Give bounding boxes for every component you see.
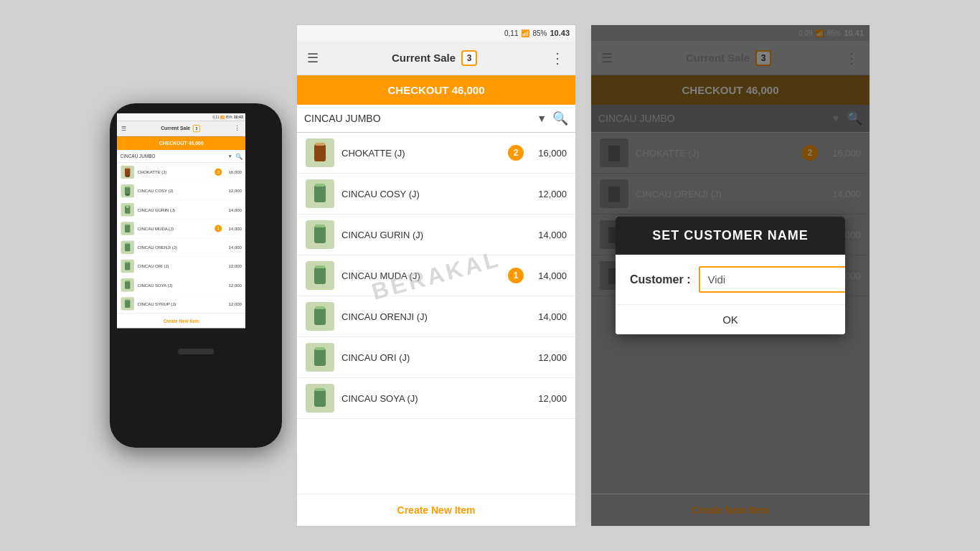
item-name: CHOKATTE (J) xyxy=(341,148,501,159)
create-new-item-button[interactable]: Create New Item xyxy=(117,314,245,329)
svg-rect-12 xyxy=(126,242,130,244)
item-name: CINCAU ORI (J) xyxy=(341,352,524,363)
item-image xyxy=(121,184,134,197)
item-name: CINCAU ORI (J) xyxy=(138,264,222,269)
svg-rect-16 xyxy=(126,281,130,282)
item-cincau-orenji[interactable]: CINCAU ORENJI (J) 14,000 xyxy=(117,238,245,257)
app-screen-2: 0,11 📶 85% 10.43 ☰ Current Sale 3 ⋮ CHEC… xyxy=(296,24,576,527)
phone-signal: 0,11 xyxy=(213,116,220,119)
item-price: 12,000 xyxy=(531,393,567,404)
svg-rect-9 xyxy=(125,225,130,232)
item-price: 14,000 xyxy=(225,245,242,250)
battery-2: 85% xyxy=(532,29,547,37)
search-input-2[interactable] xyxy=(304,113,531,124)
main-container: 0,11 📶 85% 10:43 ☰ Current Sale 3 ⋮ xyxy=(0,0,980,551)
search-icon-2[interactable]: 🔍 xyxy=(552,110,568,126)
item-img xyxy=(306,220,334,249)
menu-dots-icon-2[interactable]: ⋮ xyxy=(550,50,565,67)
item-cincau-soya[interactable]: CINCAU SOYA (J) 12,000 xyxy=(117,276,245,294)
svg-rect-11 xyxy=(125,243,130,251)
svg-rect-32 xyxy=(315,388,325,391)
item-name: CINCAU SOYA (J) xyxy=(138,283,222,288)
app-screen-3: 0,09 📶 85% 10.41 ☰ Current Sale 3 ⋮ CHEC… xyxy=(590,24,870,527)
qty-badge: 1 xyxy=(508,268,524,283)
item-price: 12,000 xyxy=(225,283,242,288)
item-image xyxy=(121,241,134,254)
item-price: 12,000 xyxy=(225,301,242,306)
item-price: 12,000 xyxy=(225,189,242,194)
item-row[interactable]: CINCAU COSY (J) 12,000 xyxy=(297,174,575,215)
svg-rect-30 xyxy=(315,347,325,350)
item-cincau-muda[interactable]: CINCAU MUDA (J) 1 14,000 xyxy=(117,220,245,238)
svg-rect-17 xyxy=(125,300,130,308)
item-row[interactable]: CINCAU SOYA (J) 12,000 xyxy=(297,378,575,419)
hamburger-icon-2[interactable]: ☰ xyxy=(307,50,319,66)
item-name: CINCAU SOYA (J) xyxy=(341,393,524,404)
item-img xyxy=(306,343,334,372)
checkout-button[interactable]: CHECKOUT 46,000 xyxy=(117,136,245,150)
svg-rect-3 xyxy=(125,187,130,195)
svg-rect-7 xyxy=(126,205,130,207)
phone-bottom-bar xyxy=(117,344,275,359)
item-cincau-cosy[interactable]: CINCAU COSY (J) 12,000 xyxy=(117,182,245,200)
create-new-item-button-2[interactable]: Create New Item xyxy=(297,494,575,526)
hamburger-icon[interactable]: ☰ xyxy=(121,125,126,132)
svg-rect-24 xyxy=(315,225,325,227)
phone-home-button[interactable] xyxy=(178,349,214,354)
item-image xyxy=(121,166,134,179)
search-icon[interactable]: 🔍 xyxy=(235,153,242,160)
menu-dots-icon[interactable]: ⋮ xyxy=(234,124,241,132)
phone-header-title: Current Sale 3 xyxy=(161,125,200,132)
item-name: CINCAU GURIN (J) xyxy=(138,207,222,212)
header-2: ☰ Current Sale 3 ⋮ xyxy=(297,41,575,75)
item-chokatte[interactable]: CHOKATTE (J) 2 16,000 xyxy=(117,163,245,182)
search-bar-2: ▼ 🔍 xyxy=(297,105,575,133)
signal-2: 0,11 xyxy=(504,29,518,37)
phone-app-inner: 0,11 📶 85% 10:43 ☰ Current Sale 3 ⋮ xyxy=(117,113,245,344)
current-sale-label-2: Current Sale xyxy=(392,52,456,64)
item-image xyxy=(121,260,134,273)
phone-wifi-icon: 📶 xyxy=(220,116,225,119)
svg-rect-8 xyxy=(126,207,129,208)
item-name: CINCAU COSY (J) xyxy=(138,189,222,194)
checkout-button-2[interactable]: CHECKOUT 46,000 xyxy=(297,75,575,105)
item-cincau-syrup[interactable]: CINCAU SYRUP (J) 12,000 xyxy=(117,295,245,314)
modal-body: Customer : xyxy=(616,255,845,304)
customer-label: Customer : xyxy=(630,273,690,286)
item-img xyxy=(306,179,334,208)
item-name: CINCAU MUDA (J) xyxy=(138,226,212,231)
modal-title: SET CUSTOMER NAME xyxy=(616,217,845,255)
item-price: 16,000 xyxy=(225,169,242,174)
item-image xyxy=(121,278,134,291)
svg-rect-13 xyxy=(125,262,130,270)
item-name: CINCAU ORENJI (J) xyxy=(341,311,524,322)
phone-mockup: 0,11 📶 85% 10:43 ☰ Current Sale 3 ⋮ xyxy=(110,103,282,448)
item-row[interactable]: CINCAU GURIN (J) 14,000 xyxy=(297,215,575,255)
qty-badge: 2 xyxy=(215,169,222,176)
item-name: CINCAU SYRUP (J) xyxy=(138,301,222,306)
svg-point-2 xyxy=(126,175,130,177)
item-row[interactable]: CHOKATTE (J) 2 16,000 xyxy=(297,133,575,174)
item-price: 12,000 xyxy=(531,189,567,199)
svg-rect-22 xyxy=(315,184,325,187)
item-img xyxy=(306,302,334,331)
header-title-2: Current Sale 3 xyxy=(392,50,477,66)
set-customer-modal: SET CUSTOMER NAME Customer : OK xyxy=(616,217,845,334)
item-row[interactable]: CINCAU ORI (J) 12,000 xyxy=(297,337,575,378)
item-name: CHOKATTE (J) xyxy=(138,169,212,174)
customer-name-input[interactable] xyxy=(699,266,845,293)
item-row[interactable]: CINCAU ORENJI (J) 14,000 xyxy=(297,296,575,337)
ok-button[interactable]: OK xyxy=(616,304,845,334)
search-input[interactable] xyxy=(121,154,225,159)
phone-screen: 0,11 📶 85% 10:43 ☰ Current Sale 3 ⋮ xyxy=(117,113,245,344)
svg-rect-26 xyxy=(315,265,325,268)
item-cincau-ori[interactable]: CINCAU ORI (J) 12,000 xyxy=(117,257,245,276)
item-cincau-gurin[interactable]: CINCAU GURIN (J) 14,000 xyxy=(117,200,245,219)
item-row[interactable]: CINCAU MUDA (J) 1 14,000 xyxy=(297,255,575,296)
svg-rect-18 xyxy=(126,299,130,301)
dropdown-arrow-icon: ▼ xyxy=(228,154,232,159)
modal-overlay: SET CUSTOMER NAME Customer : OK xyxy=(591,25,870,526)
svg-rect-31 xyxy=(314,390,326,407)
item-name: CINCAU COSY (J) xyxy=(341,189,524,199)
items-list-2: CHOKATTE (J) 2 16,000 CINCAU COSY (J) 12… xyxy=(297,133,575,494)
